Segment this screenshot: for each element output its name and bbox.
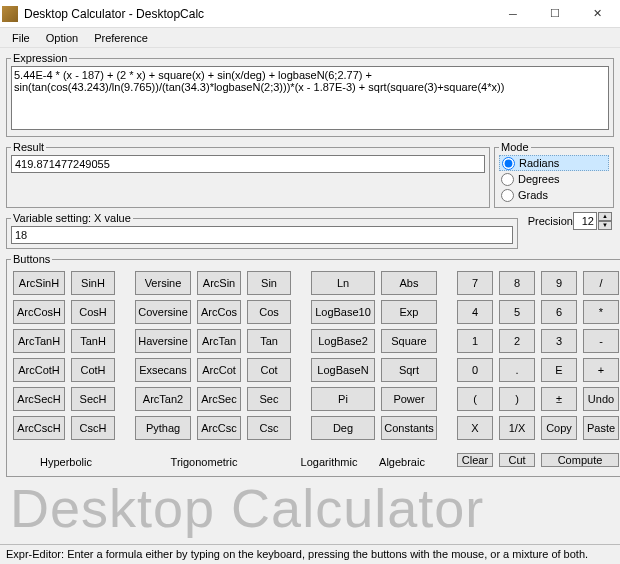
btn-arccsch[interactable]: ArcCscH: [13, 416, 65, 440]
btn-1[interactable]: 1: [457, 329, 493, 353]
btn--[interactable]: -: [583, 329, 619, 353]
btn-cosh[interactable]: CosH: [71, 300, 115, 324]
btn-versine[interactable]: Versine: [135, 271, 191, 295]
btn-logbase10[interactable]: LogBase10: [311, 300, 375, 324]
btn-coth[interactable]: CotH: [71, 358, 115, 382]
btn-logbasen[interactable]: LogBaseN: [311, 358, 375, 382]
cat-trigonometric: Trigonometric: [119, 456, 289, 468]
btn-arcsinh[interactable]: ArcSinH: [13, 271, 65, 295]
mode-degrees-radio[interactable]: [501, 173, 514, 186]
button-grid: ArcSinHSinHVersineArcSinSinLnAbs789/ArcC…: [13, 271, 619, 440]
minimize-button[interactable]: ─: [492, 1, 534, 27]
btn-arctanh[interactable]: ArcTanH: [13, 329, 65, 353]
btn-undo[interactable]: Undo: [583, 387, 619, 411]
mode-radians-radio[interactable]: [502, 157, 515, 170]
btn-csch[interactable]: CscH: [71, 416, 115, 440]
result-output[interactable]: [11, 155, 485, 173]
btn--[interactable]: ): [499, 387, 535, 411]
btn-arccot[interactable]: ArcCot: [197, 358, 241, 382]
btn-arcsin[interactable]: ArcSin: [197, 271, 241, 295]
big-title: Desktop Calculator: [6, 481, 614, 535]
btn-4[interactable]: 4: [457, 300, 493, 324]
btn-5[interactable]: 5: [499, 300, 535, 324]
btn-arccoth[interactable]: ArcCotH: [13, 358, 65, 382]
btn-abs[interactable]: Abs: [381, 271, 437, 295]
btn-arctan[interactable]: ArcTan: [197, 329, 241, 353]
btn-power[interactable]: Power: [381, 387, 437, 411]
btn-0[interactable]: 0: [457, 358, 493, 382]
btn-arcsech[interactable]: ArcSecH: [13, 387, 65, 411]
btn-pythag[interactable]: Pythag: [135, 416, 191, 440]
cut-button[interactable]: Cut: [499, 453, 535, 467]
expression-group: Expression 5.44E-4 * (x - 187) + (2 * x)…: [6, 52, 614, 137]
btn-logbase2[interactable]: LogBase2: [311, 329, 375, 353]
btn-deg[interactable]: Deg: [311, 416, 375, 440]
btn-x[interactable]: X: [457, 416, 493, 440]
btn-pi[interactable]: Pi: [311, 387, 375, 411]
window-title: Desktop Calculator - DesktopCalc: [24, 7, 492, 21]
btn-cot[interactable]: Cot: [247, 358, 291, 382]
btn--[interactable]: (: [457, 387, 493, 411]
titlebar: Desktop Calculator - DesktopCalc ─ ☐ ✕: [0, 0, 620, 28]
status-bar: Expr-Editor: Enter a formula either by t…: [0, 544, 620, 564]
menubar: File Option Preference: [0, 28, 620, 48]
precision-down[interactable]: ▼: [598, 221, 612, 230]
btn-2[interactable]: 2: [499, 329, 535, 353]
menu-preference[interactable]: Preference: [86, 30, 156, 46]
mode-radians[interactable]: Radians: [499, 155, 609, 171]
mode-grads-radio[interactable]: [501, 189, 514, 202]
result-legend: Result: [11, 141, 46, 153]
compute-button[interactable]: Compute: [541, 453, 619, 467]
btn-6[interactable]: 6: [541, 300, 577, 324]
btn-3[interactable]: 3: [541, 329, 577, 353]
btn-sec[interactable]: Sec: [247, 387, 291, 411]
btn--[interactable]: .: [499, 358, 535, 382]
buttons-legend: Buttons: [11, 253, 52, 265]
precision-input[interactable]: [573, 212, 597, 230]
btn-tan[interactable]: Tan: [247, 329, 291, 353]
btn--[interactable]: +: [583, 358, 619, 382]
btn-7[interactable]: 7: [457, 271, 493, 295]
btn-square[interactable]: Square: [381, 329, 437, 353]
btn-tanh[interactable]: TanH: [71, 329, 115, 353]
btn-sinh[interactable]: SinH: [71, 271, 115, 295]
btn--[interactable]: /: [583, 271, 619, 295]
mode-grads[interactable]: Grads: [499, 187, 609, 203]
btn-csc[interactable]: Csc: [247, 416, 291, 440]
btn-paste[interactable]: Paste: [583, 416, 619, 440]
btn--[interactable]: ±: [541, 387, 577, 411]
maximize-button[interactable]: ☐: [534, 1, 576, 27]
btn-copy[interactable]: Copy: [541, 416, 577, 440]
btn-ln[interactable]: Ln: [311, 271, 375, 295]
close-button[interactable]: ✕: [576, 1, 618, 27]
btn-1-x[interactable]: 1/X: [499, 416, 535, 440]
btn-sech[interactable]: SecH: [71, 387, 115, 411]
btn-sin[interactable]: Sin: [247, 271, 291, 295]
btn-arctan2[interactable]: ArcTan2: [135, 387, 191, 411]
cat-algebraic: Algebraic: [369, 456, 435, 468]
variable-legend: Variable setting: X value: [11, 212, 133, 224]
btn-coversine[interactable]: Coversine: [135, 300, 191, 324]
btn-exsecans[interactable]: Exsecans: [135, 358, 191, 382]
btn-8[interactable]: 8: [499, 271, 535, 295]
mode-degrees[interactable]: Degrees: [499, 171, 609, 187]
clear-button[interactable]: Clear: [457, 453, 493, 467]
btn-arcsec[interactable]: ArcSec: [197, 387, 241, 411]
variable-input[interactable]: [11, 226, 513, 244]
btn-haversine[interactable]: Haversine: [135, 329, 191, 353]
btn-constants[interactable]: Constants: [381, 416, 437, 440]
precision-label: Precision: [528, 215, 573, 227]
menu-file[interactable]: File: [4, 30, 38, 46]
btn-sqrt[interactable]: Sqrt: [381, 358, 437, 382]
btn-exp[interactable]: Exp: [381, 300, 437, 324]
btn-arccos[interactable]: ArcCos: [197, 300, 241, 324]
menu-option[interactable]: Option: [38, 30, 86, 46]
btn--[interactable]: *: [583, 300, 619, 324]
precision-up[interactable]: ▲: [598, 212, 612, 221]
expression-input[interactable]: 5.44E-4 * (x - 187) + (2 * x) + square(x…: [11, 66, 609, 130]
btn-9[interactable]: 9: [541, 271, 577, 295]
btn-cos[interactable]: Cos: [247, 300, 291, 324]
btn-arccosh[interactable]: ArcCosH: [13, 300, 65, 324]
btn-arccsc[interactable]: ArcCsc: [197, 416, 241, 440]
btn-e[interactable]: E: [541, 358, 577, 382]
